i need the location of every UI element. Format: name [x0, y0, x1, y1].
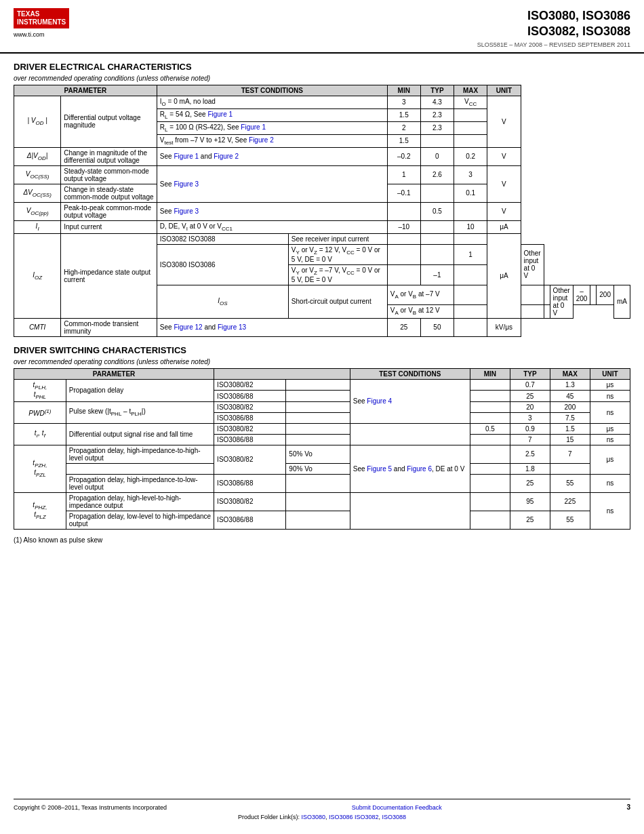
- table-row: PWD(1) Pulse skew (|tPHL – tPLH|) ISO308…: [14, 401, 630, 412]
- tplh-max2: 45: [550, 391, 590, 402]
- vocpp-unit: V: [487, 202, 521, 220]
- footer-product-links: Product Folder Link(s): ISO3080, ISO3086…: [14, 814, 630, 820]
- table-row: tPZH,tPZL Propagation delay, high-impeda…: [14, 445, 630, 463]
- ioz-min3: [387, 264, 420, 285]
- ioz-max1: [454, 233, 487, 244]
- tphz-unit: ns: [590, 492, 630, 529]
- footer-link-iso3082[interactable]: ISO3082: [355, 814, 379, 820]
- tpzl-max: 55: [550, 474, 590, 492]
- param-dvocss-symbol: ΔVOC(SS): [14, 184, 61, 202]
- th-unit: UNIT: [487, 85, 521, 96]
- tphz-min2: [470, 511, 510, 529]
- vod-tc3: RL = 100 Ω (RS-422), See Figure 1: [157, 121, 387, 134]
- ii-unit: μA: [487, 220, 521, 233]
- param-cmti-symbol: CMTI: [14, 318, 61, 336]
- th-typ: TYP: [420, 85, 454, 96]
- dvod-tc: See Figure 1 and Figure 2: [157, 147, 387, 165]
- ioz-max2: 1: [454, 244, 487, 264]
- sw-th-max: MAX: [550, 368, 590, 379]
- table-row: | VOD | Differential output voltage magn…: [14, 96, 630, 108]
- link-fig13[interactable]: Figure 13: [218, 323, 246, 331]
- footer-link-iso3086[interactable]: ISO3086: [329, 814, 353, 820]
- pwd-unit: ns: [590, 401, 630, 423]
- cmti-min: 25: [387, 318, 420, 336]
- param-vod-desc: Differential output voltage magnitude: [61, 96, 157, 147]
- driver-switching-table-wrapper: PARAMETER TEST CONDITIONS MIN TYP MAX UN…: [14, 368, 630, 530]
- link-fig5[interactable]: Figure 5: [367, 465, 392, 473]
- th-max: MAX: [454, 85, 487, 96]
- param-cmti-desc: Common-mode transient immunity: [61, 318, 157, 336]
- trtf-blank1: [286, 423, 350, 434]
- trtf-blank2: [286, 434, 350, 445]
- dvocss-min: –0.1: [387, 184, 420, 202]
- trtf-typ1: 0.9: [510, 423, 550, 434]
- page-footer: Copyright © 2008–2011, Texas Instruments…: [14, 799, 630, 820]
- param-vod-symbol: | VOD |: [14, 96, 61, 147]
- ios-typ1v: [590, 285, 597, 304]
- param-ioz-symbol: IOZ: [14, 233, 61, 318]
- param-tpzh-desc2: [66, 463, 214, 474]
- driver-electrical-table-wrapper: PARAMETER TEST CONDITIONS MIN TYP MAX UN…: [14, 85, 630, 337]
- ioz-min2: [387, 244, 420, 264]
- doc-subtitle: SLOS581E – MAY 2008 – REVISED SEPTEMBER …: [477, 41, 630, 48]
- ioz-max3: [454, 264, 487, 285]
- footer-feedback-link[interactable]: Submit Documentation Feedback: [352, 804, 442, 811]
- ioz-tc-vy-vz-n7: VY or VZ = –7 V, VCC = 0 V or 5 V, DE = …: [288, 264, 387, 285]
- tphz-max1: 225: [550, 492, 590, 511]
- trtf-min2: [470, 434, 510, 445]
- link-figure2[interactable]: Figure 2: [249, 136, 274, 144]
- table-row: Δ|VOD| Change in magnitude of the differ…: [14, 147, 630, 165]
- tplh-unit1: μs: [590, 379, 630, 391]
- ioz-typ2: [420, 244, 454, 264]
- tpzh-max1: 7: [550, 445, 590, 463]
- vod-min4: 1.5: [387, 134, 420, 147]
- tphz-typ1: 95: [510, 492, 550, 511]
- driver-electrical-table: PARAMETER TEST CONDITIONS MIN TYP MAX UN…: [14, 85, 630, 337]
- link-fig6[interactable]: Figure 6: [407, 465, 432, 473]
- footer-link-iso3088[interactable]: ISO3088: [382, 814, 407, 820]
- dvod-max: 0.2: [454, 147, 487, 165]
- param-pwd-symbol: PWD(1): [14, 401, 66, 423]
- tplh-blank1: [286, 379, 350, 391]
- driver-electrical-subtitle: over recommended operating conditions (u…: [14, 75, 630, 82]
- link-fig2b[interactable]: Figure 2: [214, 153, 239, 160]
- link-fig3b[interactable]: Figure 3: [174, 207, 199, 215]
- link-figure1[interactable]: Figure 1: [207, 111, 233, 118]
- ioz-typ3: –1: [420, 264, 454, 285]
- link-fig1c[interactable]: Figure 1: [174, 153, 199, 160]
- tphz-max2: 55: [550, 511, 590, 529]
- th-test-conditions: TEST CONDITIONS: [157, 85, 387, 96]
- vod-typ1: 4.3: [420, 96, 454, 108]
- param-vocpp-desc: Peak-to-peak common-mode output voltage: [61, 202, 157, 220]
- link-fig4a[interactable]: Figure 4: [367, 397, 392, 405]
- ii-min: –10: [387, 220, 420, 233]
- note-1: (1) Also known as pulse skew: [14, 536, 630, 544]
- tplh-max1: 1.3: [550, 379, 590, 391]
- param-vocss-symbol: VOC(SS): [14, 165, 61, 184]
- vod-min3: 2: [387, 121, 420, 134]
- tplh-typ2: 25: [510, 391, 550, 402]
- param-tplh-symbol: tPLH,tPHL: [14, 379, 66, 401]
- link-fig3a[interactable]: Figure 3: [174, 180, 199, 188]
- tplh-tc: See Figure 4: [350, 379, 470, 423]
- link-fig12[interactable]: Figure 12: [174, 323, 202, 331]
- table-row: IOZ High-impedance state output current …: [14, 233, 630, 244]
- dvod-unit: V: [487, 147, 521, 165]
- param-ii-symbol: II: [14, 220, 61, 233]
- footer-link-iso3080[interactable]: ISO3080: [301, 814, 325, 820]
- vocpp-min: [387, 202, 420, 220]
- ioz-tc-iso82-88: ISO3082 ISO3088: [157, 233, 288, 244]
- tphz-iso8082: ISO3080/82: [214, 492, 286, 511]
- sw-th-typ: TYP: [510, 368, 550, 379]
- sw-th-test: TEST CONDITIONS: [350, 368, 470, 379]
- trtf-typ2: 7: [510, 434, 550, 445]
- ios-min1v: –200: [573, 285, 590, 304]
- table-row: VOC(pp) Peak-to-peak common-mode output …: [14, 202, 630, 220]
- param-dvocss-desc: Change in steady-state common-mode outpu…: [61, 184, 157, 202]
- link-figure1b[interactable]: Figure 1: [241, 123, 266, 131]
- ios-max1v: 200: [597, 285, 614, 304]
- param-tpzl-desc: Propagation delay, high-impedance-to-low…: [66, 474, 214, 492]
- pwd-max2: 7.5: [550, 412, 590, 423]
- ios-max2v: [544, 304, 550, 318]
- tplh-blank2: [286, 391, 350, 402]
